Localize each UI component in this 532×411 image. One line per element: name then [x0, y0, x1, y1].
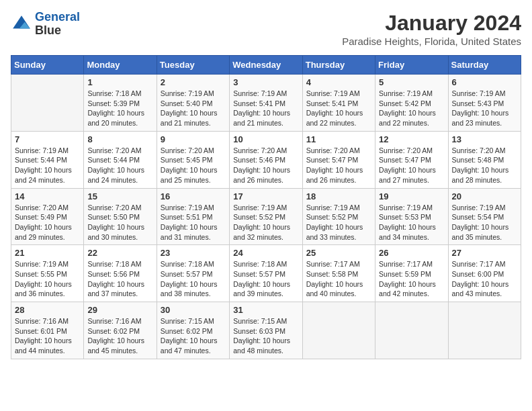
day-number: 13: [452, 134, 517, 144]
day-number: 20: [452, 191, 517, 201]
week-row-3: 14Sunrise: 7:20 AMSunset: 5:49 PMDayligh…: [11, 188, 521, 245]
calendar-cell: 9Sunrise: 7:20 AMSunset: 5:45 PMDaylight…: [157, 131, 229, 188]
calendar-cell: 8Sunrise: 7:20 AMSunset: 5:44 PMDaylight…: [84, 131, 157, 188]
logo-text: General Blue: [35, 11, 80, 38]
day-number: 1: [87, 77, 152, 87]
calendar-header-row: SundayMondayTuesdayWednesdayThursdayFrid…: [11, 56, 521, 75]
day-number: 29: [87, 305, 152, 315]
calendar-cell: 28Sunrise: 7:16 AMSunset: 6:01 PMDayligh…: [11, 302, 84, 359]
day-number: 30: [161, 305, 226, 315]
day-details: Sunrise: 7:19 AMSunset: 5:40 PMDaylight:…: [161, 89, 226, 128]
day-details: Sunrise: 7:18 AMSunset: 5:57 PMDaylight:…: [233, 259, 298, 299]
calendar-cell: 20Sunrise: 7:19 AMSunset: 5:54 PMDayligh…: [448, 188, 521, 245]
calendar-cell: 11Sunrise: 7:20 AMSunset: 5:47 PMDayligh…: [302, 131, 375, 188]
week-row-2: 7Sunrise: 7:19 AMSunset: 5:44 PMDaylight…: [11, 131, 521, 188]
logo-icon: [11, 13, 32, 35]
logo: General Blue: [11, 11, 80, 38]
header-saturday: Saturday: [448, 56, 521, 75]
day-number: 31: [233, 305, 298, 315]
header-friday: Friday: [375, 56, 448, 75]
day-number: 26: [379, 248, 444, 258]
day-details: Sunrise: 7:16 AMSunset: 6:02 PMDaylight:…: [87, 316, 152, 356]
day-details: Sunrise: 7:17 AMSunset: 5:59 PMDaylight:…: [379, 259, 444, 299]
day-number: 22: [87, 248, 152, 258]
calendar-cell: 6Sunrise: 7:19 AMSunset: 5:43 PMDaylight…: [448, 75, 521, 132]
calendar-cell: 18Sunrise: 7:19 AMSunset: 5:52 PMDayligh…: [302, 188, 375, 245]
day-details: Sunrise: 7:19 AMSunset: 5:54 PMDaylight:…: [452, 203, 517, 242]
calendar-cell: 1Sunrise: 7:18 AMSunset: 5:39 PMDaylight…: [84, 75, 157, 132]
calendar-cell: 2Sunrise: 7:19 AMSunset: 5:40 PMDaylight…: [157, 75, 229, 132]
calendar-cell: [448, 302, 521, 359]
day-details: Sunrise: 7:19 AMSunset: 5:41 PMDaylight:…: [306, 89, 371, 128]
calendar-cell: 30Sunrise: 7:15 AMSunset: 6:02 PMDayligh…: [157, 302, 229, 359]
header-tuesday: Tuesday: [157, 56, 229, 75]
header-monday: Monday: [84, 56, 157, 75]
calendar-cell: 26Sunrise: 7:17 AMSunset: 5:59 PMDayligh…: [375, 245, 448, 302]
calendar-cell: [11, 75, 84, 132]
calendar-cell: 4Sunrise: 7:19 AMSunset: 5:41 PMDaylight…: [302, 75, 375, 132]
header-thursday: Thursday: [302, 56, 375, 75]
day-details: Sunrise: 7:20 AMSunset: 5:47 PMDaylight:…: [306, 146, 371, 185]
calendar-cell: 23Sunrise: 7:18 AMSunset: 5:57 PMDayligh…: [157, 245, 229, 302]
day-number: 17: [233, 191, 298, 201]
day-details: Sunrise: 7:19 AMSunset: 5:43 PMDaylight:…: [452, 89, 517, 128]
day-number: 23: [161, 248, 226, 258]
day-number: 25: [306, 248, 371, 258]
calendar-cell: 12Sunrise: 7:20 AMSunset: 5:47 PMDayligh…: [375, 131, 448, 188]
calendar-cell: 13Sunrise: 7:20 AMSunset: 5:48 PMDayligh…: [448, 131, 521, 188]
calendar-cell: 3Sunrise: 7:19 AMSunset: 5:41 PMDaylight…: [230, 75, 302, 132]
day-number: 11: [306, 134, 371, 144]
calendar-body: 1Sunrise: 7:18 AMSunset: 5:39 PMDaylight…: [11, 75, 521, 359]
day-number: 16: [161, 191, 226, 201]
week-row-5: 28Sunrise: 7:16 AMSunset: 6:01 PMDayligh…: [11, 302, 521, 359]
calendar-cell: 5Sunrise: 7:19 AMSunset: 5:42 PMDaylight…: [375, 75, 448, 132]
day-number: 12: [379, 134, 444, 144]
header-sunday: Sunday: [11, 56, 84, 75]
day-details: Sunrise: 7:19 AMSunset: 5:55 PMDaylight:…: [15, 259, 80, 299]
day-details: Sunrise: 7:19 AMSunset: 5:41 PMDaylight:…: [233, 89, 298, 128]
day-details: Sunrise: 7:15 AMSunset: 6:02 PMDaylight:…: [161, 316, 226, 356]
day-details: Sunrise: 7:18 AMSunset: 5:57 PMDaylight:…: [161, 259, 226, 299]
day-details: Sunrise: 7:17 AMSunset: 6:00 PMDaylight:…: [452, 259, 517, 299]
page-header: General Blue January 2024 Paradise Heigh…: [11, 11, 521, 47]
day-number: 21: [15, 248, 80, 258]
day-details: Sunrise: 7:16 AMSunset: 6:01 PMDaylight:…: [15, 316, 80, 356]
day-details: Sunrise: 7:19 AMSunset: 5:53 PMDaylight:…: [379, 203, 444, 242]
day-details: Sunrise: 7:20 AMSunset: 5:48 PMDaylight:…: [452, 146, 517, 185]
day-number: 9: [161, 134, 226, 144]
day-number: 4: [306, 77, 371, 87]
day-details: Sunrise: 7:19 AMSunset: 5:52 PMDaylight:…: [233, 203, 298, 242]
calendar-cell: 31Sunrise: 7:15 AMSunset: 6:03 PMDayligh…: [230, 302, 302, 359]
day-number: 6: [452, 77, 517, 87]
day-details: Sunrise: 7:20 AMSunset: 5:50 PMDaylight:…: [87, 203, 152, 242]
day-details: Sunrise: 7:15 AMSunset: 6:03 PMDaylight:…: [233, 316, 298, 356]
calendar-cell: [375, 302, 448, 359]
day-details: Sunrise: 7:17 AMSunset: 5:58 PMDaylight:…: [306, 259, 371, 299]
day-number: 19: [379, 191, 444, 201]
day-details: Sunrise: 7:19 AMSunset: 5:52 PMDaylight:…: [306, 203, 371, 242]
day-details: Sunrise: 7:20 AMSunset: 5:49 PMDaylight:…: [15, 203, 80, 242]
day-details: Sunrise: 7:20 AMSunset: 5:44 PMDaylight:…: [87, 146, 152, 185]
day-details: Sunrise: 7:19 AMSunset: 5:42 PMDaylight:…: [379, 89, 444, 128]
calendar-cell: 24Sunrise: 7:18 AMSunset: 5:57 PMDayligh…: [230, 245, 302, 302]
day-number: 3: [233, 77, 298, 87]
day-details: Sunrise: 7:18 AMSunset: 5:39 PMDaylight:…: [87, 89, 152, 128]
week-row-1: 1Sunrise: 7:18 AMSunset: 5:39 PMDaylight…: [11, 75, 521, 132]
calendar-subtitle: Paradise Heights, Florida, United States: [342, 36, 521, 47]
calendar-cell: 14Sunrise: 7:20 AMSunset: 5:49 PMDayligh…: [11, 188, 84, 245]
calendar-cell: 16Sunrise: 7:19 AMSunset: 5:51 PMDayligh…: [157, 188, 229, 245]
calendar-title: January 2024: [342, 11, 521, 36]
calendar-cell: 10Sunrise: 7:20 AMSunset: 5:46 PMDayligh…: [230, 131, 302, 188]
day-details: Sunrise: 7:19 AMSunset: 5:51 PMDaylight:…: [161, 203, 226, 242]
day-number: 14: [15, 191, 80, 201]
day-details: Sunrise: 7:18 AMSunset: 5:56 PMDaylight:…: [87, 259, 152, 299]
day-number: 24: [233, 248, 298, 258]
header-wednesday: Wednesday: [230, 56, 302, 75]
calendar-cell: 17Sunrise: 7:19 AMSunset: 5:52 PMDayligh…: [230, 188, 302, 245]
calendar-cell: 25Sunrise: 7:17 AMSunset: 5:58 PMDayligh…: [302, 245, 375, 302]
day-details: Sunrise: 7:20 AMSunset: 5:46 PMDaylight:…: [233, 146, 298, 185]
calendar-cell: 19Sunrise: 7:19 AMSunset: 5:53 PMDayligh…: [375, 188, 448, 245]
calendar-cell: 29Sunrise: 7:16 AMSunset: 6:02 PMDayligh…: [84, 302, 157, 359]
day-number: 28: [15, 305, 80, 315]
calendar-cell: 15Sunrise: 7:20 AMSunset: 5:50 PMDayligh…: [84, 188, 157, 245]
